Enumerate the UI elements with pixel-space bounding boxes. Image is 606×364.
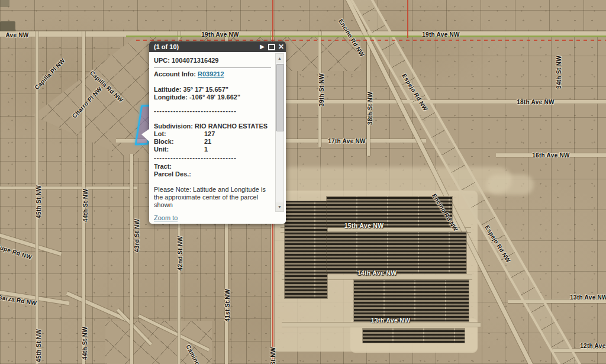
solar-array-block xyxy=(327,197,452,227)
account-row: Account Info: R039212 xyxy=(154,70,271,78)
divider xyxy=(154,67,271,68)
subdivision-row: Subdivision: RIO RANCHO ESTATES xyxy=(154,123,271,130)
boundary-line-segment xyxy=(407,0,408,38)
arroyo-wash xyxy=(486,175,534,195)
latitude-row: Latitude: 35° 17' 15.657" xyxy=(154,86,271,94)
popup-scroll-content: UPC: 1004071316429 Account Info: R039212… xyxy=(154,52,271,212)
scrollbar-thumb[interactable] xyxy=(276,64,284,131)
note-text: Please Note: Latitude and Longitude is t… xyxy=(154,186,271,209)
popup-body: UPC: 1004071316429 Account Info: R039212… xyxy=(149,52,286,224)
identify-popup: (1 of 10) ▶ ✕ UPC: 1004071316429 Account… xyxy=(149,41,286,224)
road-43rd-st xyxy=(130,154,133,364)
zoom-to-link[interactable]: Zoom to xyxy=(154,214,178,221)
road-16th-ave xyxy=(496,153,606,157)
maximize-button[interactable] xyxy=(267,41,276,52)
route-overlay-line xyxy=(126,36,606,37)
parcel-des-row: Parcel Des.: xyxy=(154,170,271,178)
solar-array-block xyxy=(285,201,327,298)
solar-array-block xyxy=(354,280,469,321)
next-result-button[interactable]: ▶ xyxy=(257,41,267,52)
longitude-row: Longitude: -106° 49' 19.662" xyxy=(154,94,271,101)
close-button[interactable]: ✕ xyxy=(276,41,286,52)
popup-scrollbar[interactable]: ▲ ▼ xyxy=(275,53,284,212)
block-row: Block:21 xyxy=(154,138,271,146)
separator: ------------------------------ xyxy=(154,107,271,115)
account-link[interactable]: R039212 xyxy=(198,70,224,78)
scroll-down-icon[interactable]: ▼ xyxy=(276,202,283,211)
road-45th-st xyxy=(36,31,38,364)
unit-row: Unit:1 xyxy=(154,146,271,153)
road-38th-st xyxy=(367,31,370,156)
road-44th-st xyxy=(82,31,85,364)
vegetation-patch xyxy=(0,0,9,7)
lot-row: Lot:127 xyxy=(154,130,271,138)
map-canvas[interactable]: Ave NW19th Ave NW19th Ave NWEncino Rd NW… xyxy=(0,0,606,364)
separator: ------------------------------ xyxy=(154,154,271,162)
scroll-up-icon[interactable]: ▲ xyxy=(276,54,283,63)
road-39th-st xyxy=(318,31,321,147)
boundary-dashed-line xyxy=(136,40,606,41)
solar-array-block xyxy=(363,328,465,343)
maximize-icon xyxy=(268,44,275,50)
road-minor xyxy=(0,186,137,189)
popup-titlebar[interactable]: (1 of 10) ▶ ✕ xyxy=(149,41,286,52)
popup-title: (1 of 10) xyxy=(149,43,257,50)
parcel-grid-top xyxy=(0,0,606,31)
solar-array-block xyxy=(327,232,466,273)
road-13th-ave xyxy=(282,323,481,327)
popup-callout-pointer xyxy=(141,129,149,141)
upc-row: UPC: 1004071316429 xyxy=(154,57,271,65)
tract-row: Tract: xyxy=(154,163,271,170)
